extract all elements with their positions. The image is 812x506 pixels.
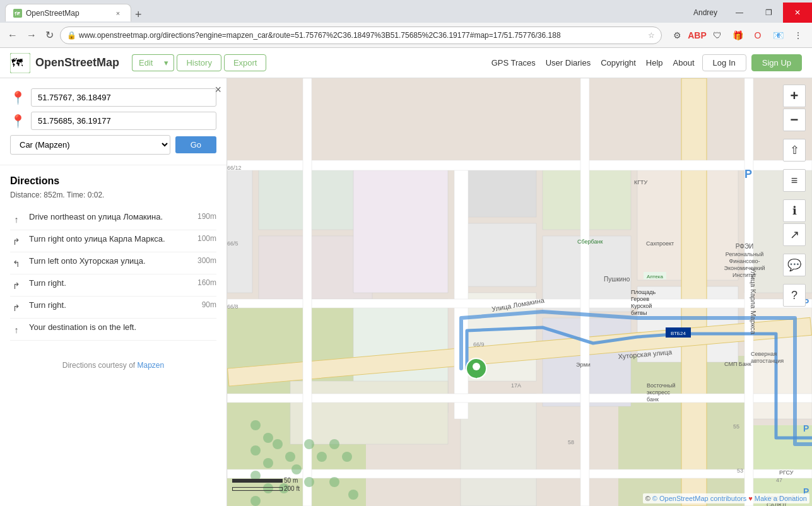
svg-text:Площадь: Площадь <box>631 289 656 295</box>
svg-rect-25 <box>681 78 707 506</box>
svg-text:47: 47 <box>776 477 782 483</box>
ext3-btn[interactable]: 🎁 <box>729 26 746 44</box>
geolocate-button[interactable]: ⇧ <box>783 139 806 162</box>
forward-button[interactable]: → <box>24 27 39 44</box>
from-row: 📍 <box>10 88 216 107</box>
svg-point-94 <box>263 433 273 443</box>
osm-logo-text: OpenStreetMap <box>35 56 119 69</box>
svg-text:🗺: 🗺 <box>11 57 23 69</box>
to-marker-icon: 📍 <box>10 114 26 129</box>
mapzen-link[interactable]: Mapzen <box>138 361 165 370</box>
osm-attribution-link[interactable]: © OpenStreetMap contributors <box>652 495 746 502</box>
step-0-text: Drive northeast on улица Ломакина. <box>29 212 189 221</box>
svg-text:банк: банк <box>647 396 659 403</box>
help-map-button[interactable]: ? <box>783 284 806 307</box>
svg-point-96 <box>263 458 273 468</box>
maximize-button[interactable]: ❐ <box>754 3 783 23</box>
ext4-btn[interactable]: O <box>749 26 767 44</box>
step-3-icon: ↱ <box>10 279 23 292</box>
tab-strip: 🗺 OpenStreetMap × + <box>5 4 146 21</box>
export-button[interactable]: Export <box>224 54 267 71</box>
step-0-dist: 190m <box>197 212 216 221</box>
engine-select[interactable]: Car (Mapzen) Bicycle (Mapzen) Foot (Mapz… <box>10 135 170 155</box>
svg-text:Северная: Северная <box>751 351 777 357</box>
svg-point-93 <box>250 420 261 430</box>
step-2-icon: ↰ <box>10 257 23 270</box>
sidebar-close-button[interactable]: × <box>215 83 221 97</box>
svg-text:Восточный: Восточный <box>647 382 676 389</box>
gps-traces-link[interactable]: GPS Traces <box>491 58 536 68</box>
active-tab[interactable]: 🗺 OpenStreetMap × <box>5 4 131 21</box>
refresh-button[interactable]: ↻ <box>43 26 56 44</box>
step-2-dist: 300m <box>197 256 216 265</box>
svg-rect-27 <box>454 167 468 419</box>
step-0: ↑ Drive northeast on улица Ломакина. 190… <box>10 208 216 230</box>
map-right-controls: + − ⇧ ≡ ℹ ↗ 💬 ? <box>783 85 806 307</box>
step-3-dist: 160m <box>197 278 216 287</box>
menu-btn[interactable]: ⋮ <box>789 26 807 44</box>
step-4: ↱ Turn right. 90m <box>10 297 216 319</box>
svg-text:Институт: Институт <box>733 272 756 278</box>
adblock-btn[interactable]: ABP <box>688 26 706 44</box>
bookmark-icon[interactable]: ☆ <box>648 31 655 40</box>
map-svg[interactable]: Улица Ломакина Хуторская улица Улица Кар… <box>227 78 812 506</box>
map-container[interactable]: Улица Ломакина Хуторская улица Улица Кар… <box>227 78 812 506</box>
svg-text:🗺: 🗺 <box>15 10 20 16</box>
signup-button[interactable]: Sign Up <box>751 54 802 71</box>
go-button[interactable]: Go <box>175 136 216 153</box>
minimize-button[interactable]: — <box>725 3 754 23</box>
svg-rect-31 <box>227 469 812 478</box>
ext2-btn[interactable]: 🛡 <box>709 26 726 44</box>
svg-point-104 <box>304 439 314 449</box>
address-bar[interactable]: 🔒 www.openstreetmap.org/directions?engin… <box>60 26 662 44</box>
user-label: Andrey <box>686 8 725 17</box>
main-content: × 📍 📍 Car (Mapzen) Bicycle (Mapzen) Foot… <box>0 78 812 506</box>
ext5-btn[interactable]: 📧 <box>769 26 787 44</box>
extensions-btn[interactable]: ⚙ <box>668 26 686 44</box>
back-button[interactable]: ← <box>5 27 20 44</box>
lock-icon: 🔒 <box>67 31 76 40</box>
svg-point-99 <box>250 496 261 506</box>
step-1-dist: 100m <box>197 234 216 243</box>
from-input[interactable] <box>31 88 216 107</box>
svg-rect-9 <box>461 223 536 286</box>
tab-close-btn[interactable]: × <box>113 8 123 18</box>
osm-logo-icon: 🗺 <box>10 53 30 73</box>
zoom-in-button[interactable]: + <box>783 85 806 107</box>
new-tab-button[interactable]: + <box>131 8 146 21</box>
user-diaries-link[interactable]: User Diaries <box>546 58 591 68</box>
layers-button[interactable]: ≡ <box>783 169 806 192</box>
edit-button[interactable]: Edit <box>132 54 159 71</box>
svg-text:автостанция: автостанция <box>751 358 784 364</box>
share-button[interactable]: ↗ <box>783 223 806 246</box>
step-3: ↱ Turn right. 160m <box>10 274 216 297</box>
svg-rect-28 <box>227 160 812 170</box>
navigation-bar: ← → ↻ 🔒 www.openstreetmap.org/directions… <box>0 23 812 48</box>
svg-rect-22 <box>227 167 252 293</box>
note-button[interactable]: 💬 <box>783 254 806 276</box>
svg-rect-8 <box>461 167 536 217</box>
osm-logo[interactable]: 🗺 OpenStreetMap <box>10 53 119 73</box>
window-controls: — ❐ ✕ <box>725 3 812 23</box>
osm-attr-icon: © <box>645 495 650 502</box>
directions-summary: Distance: 852m. Time: 0:02. <box>10 191 216 199</box>
help-link[interactable]: Help <box>646 58 663 68</box>
about-link[interactable]: About <box>673 58 695 68</box>
map-attribution: © © OpenStreetMap contributors ♥ Make a … <box>643 493 809 503</box>
to-input[interactable] <box>31 112 216 130</box>
scale-feet: 200 ft <box>284 485 300 492</box>
svg-rect-23 <box>290 381 448 444</box>
donate-link[interactable]: Make a Donation <box>755 495 807 502</box>
history-button[interactable]: History <box>177 54 221 71</box>
info-button[interactable]: ℹ <box>783 199 806 222</box>
edit-dropdown-button[interactable]: ▾ <box>159 54 174 71</box>
step-0-icon: ↑ <box>10 213 23 226</box>
close-window-button[interactable]: ✕ <box>783 3 812 23</box>
copyright-link[interactable]: Copyright <box>601 58 636 68</box>
zoom-out-button[interactable]: − <box>783 109 806 131</box>
tab-title: OpenStreetMap <box>26 9 109 18</box>
svg-text:СМП Банк: СМП Банк <box>724 361 751 367</box>
directions-credit: Directions courtesy of Mapzen <box>0 351 227 380</box>
login-button[interactable]: Log In <box>702 54 746 71</box>
sidebar-panel: × 📍 📍 Car (Mapzen) Bicycle (Mapzen) Foot… <box>0 78 227 506</box>
